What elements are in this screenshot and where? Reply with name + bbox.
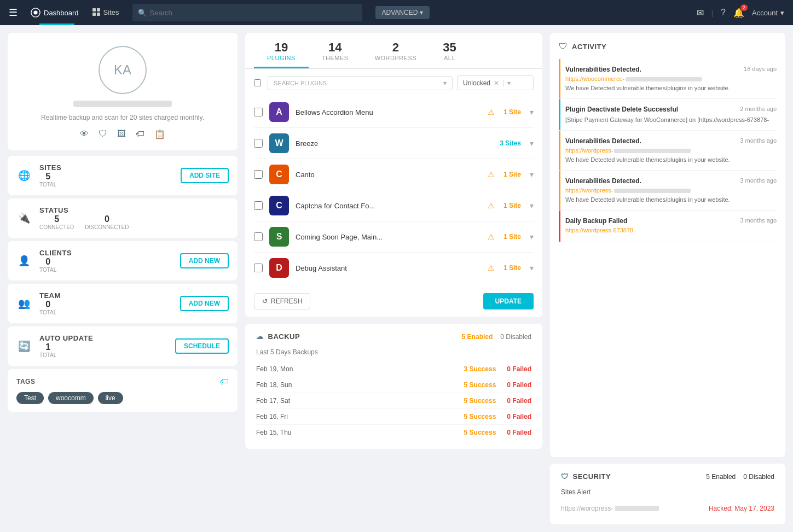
plugin-search-input[interactable] [274,79,440,87]
plugin-checkbox[interactable] [254,108,263,116]
plugin-sites[interactable]: 1 Site [503,202,521,209]
activity-item-header: Vulnerabilities Detected. 3 months ago [565,137,777,145]
warn-icon: ⚠ [488,170,495,179]
expand-icon[interactable]: ▾ [530,170,534,179]
plugin-sites[interactable]: 1 Site [503,108,521,116]
plugin-name: Breeze [296,139,493,148]
tab-label: PLUGINS [267,55,296,61]
notification-icon[interactable]: 🔔 2 [733,8,744,18]
plugin-tab-wordpress[interactable]: 2WORDPRESS [362,33,430,68]
eye-icon[interactable]: 👁 [80,129,89,139]
expand-icon[interactable]: ▾ [530,108,534,116]
profile-icons: 👁 🛡 🖼 🏷 📋 [19,129,227,139]
backup-failed: 0 Failed [507,397,531,405]
plugin-sites[interactable]: 3 Sites [500,139,521,147]
tab-count: 35 [443,40,456,55]
tags-card: TAGS 🏷 Testwoocommlive [8,369,238,412]
activity-header: 🛡 ACTIVITY [559,42,777,51]
tab-label: WORDPRESS [375,55,417,61]
plugin-checkbox[interactable] [254,139,263,148]
hamburger-icon[interactable]: ☰ [9,7,18,19]
nav-logo[interactable]: Dashboard [31,8,79,17]
activity-item-header: Plugin Deactivate Delete Successful 2 mo… [565,106,777,113]
help-icon[interactable]: ? [721,8,726,17]
sites-total: 5 [39,172,56,182]
tab-label: ALL [444,55,455,61]
advanced-button[interactable]: ADVANCED ▾ [375,6,430,19]
plugin-checkbox[interactable] [254,264,263,272]
sites-label: Sites [103,8,119,16]
copy-icon[interactable]: 📋 [154,129,165,139]
activity-item-time: 2 months ago [740,106,777,113]
activity-link[interactable]: https://wordpress- [565,147,777,154]
sites-nav-item[interactable]: Sites [92,8,119,17]
plugin-checkbox[interactable] [254,232,263,241]
security-card: 🛡 SECURITY 5 Enabled 0 Disabled Sites Al… [550,464,785,524]
activity-link[interactable]: https://wordpress- [565,187,777,194]
activity-item: Plugin Deactivate Delete Successful 2 mo… [559,99,777,131]
filter-clear[interactable]: ✕ [494,79,499,87]
mail-icon[interactable]: ✉ [697,8,704,18]
add-client-button[interactable]: ADD NEW [180,253,229,268]
tags-title: TAGS [16,378,35,385]
security-header: 🛡 SECURITY 5 Enabled 0 Disabled [561,472,774,481]
refresh-button[interactable]: ↺ REFRESH [254,293,310,309]
add-site-button[interactable]: ADD SITE [181,168,229,183]
expand-icon[interactable]: ▾ [530,232,534,241]
select-all-checkbox[interactable] [254,79,261,86]
backup-row: Feb 15, Thu 5 Success 0 Failed [256,425,531,440]
expand-icon[interactable]: ▾ [530,139,534,148]
disconnected-val: 0 [85,214,129,224]
plugin-row: C Canto ⚠ 1 Site ▾ [254,159,534,190]
backup-day: Feb 15, Thu [256,429,292,436]
plugin-filter[interactable]: Unlocked ✕ | ▾ [457,75,534,90]
security-title: 🛡 SECURITY [561,472,611,481]
activity-item-title: Daily Backup Failed [565,217,627,225]
backup-title: ☁ BACKUP [256,332,300,341]
tag-chip[interactable]: live [98,392,123,404]
account-button[interactable]: Account ▾ [752,9,784,17]
plugin-tab-themes[interactable]: 14THEMES [309,33,362,68]
backup-success: 5 Success [464,397,496,405]
team-title: TEAM [39,291,172,300]
activity-link[interactable]: https://wordpress-673878- [565,227,777,233]
filter-chevron[interactable]: ▾ [507,79,511,87]
plugin-sites[interactable]: 1 Site [503,233,521,241]
image-icon[interactable]: 🖼 [117,129,126,139]
profile-desc: Realtime backup and scan for 20 sites ch… [19,114,227,121]
dashboard-link[interactable]: Dashboard [44,9,79,17]
connected-val: 5 [39,214,74,224]
plugin-tab-all[interactable]: 35ALL [430,33,469,68]
activity-card: 🛡 ACTIVITY Vulnerabilities Detected. 18 … [550,33,785,457]
expand-icon[interactable]: ▾ [530,264,534,272]
tag-chip[interactable]: Test [16,392,44,404]
auto-update-title: AUTO UPDATE [39,334,167,342]
tags-icon[interactable]: 🏷 [220,377,229,387]
plugin-name: Debug Assistant [296,264,481,272]
plugin-checkbox[interactable] [254,201,263,210]
search-input[interactable] [150,9,357,17]
left-panel: KA Realtime backup and scan for 20 sites… [8,33,238,524]
update-button[interactable]: UPDATE [483,293,534,309]
security-enabled: 5 Enabled [706,473,736,481]
activity-item: Vulnerabilities Detected. 18 days ago ht… [559,59,777,99]
tag-chip[interactable]: woocomm [48,392,94,404]
schedule-button[interactable]: SCHEDULE [175,338,229,354]
activity-link[interactable]: https://woocommerce- [565,75,777,82]
tag-icon[interactable]: 🏷 [136,129,144,139]
filter-value: Unlocked [463,79,490,87]
tag-chips: Testwoocommlive [16,392,229,404]
plugin-checkbox[interactable] [254,170,263,179]
search-wrap: 🔍 [132,4,362,21]
backup-row: Feb 18, Sun 5 Success 0 Failed [256,377,531,393]
plugin-tab-plugins[interactable]: 19PLUGINS [254,33,309,68]
plugin-sites[interactable]: 1 Site [503,171,521,178]
shield-icon[interactable]: 🛡 [99,129,107,139]
backup-day: Feb 16, Fri [256,413,288,420]
add-team-button[interactable]: ADD NEW [180,296,229,311]
plugin-sites[interactable]: 1 Site [503,264,521,272]
plugin-row: A Bellows Accordion Menu ⚠ 1 Site ▾ [254,97,534,128]
tags-header: TAGS 🏷 [16,377,229,387]
backup-success: 5 Success [464,429,496,436]
expand-icon[interactable]: ▾ [530,201,534,210]
